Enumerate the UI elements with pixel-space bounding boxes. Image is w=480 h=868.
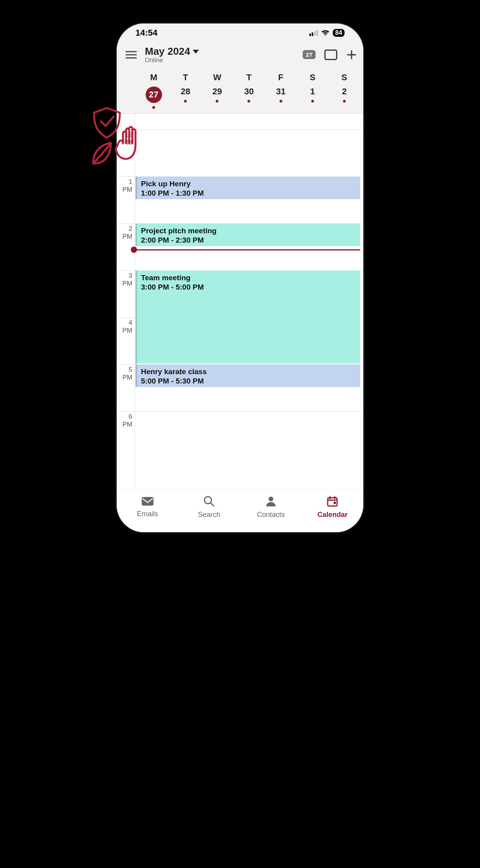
- hour-gridline: [117, 411, 363, 412]
- phone-frame: 14:54 84 May 2024: [117, 23, 363, 532]
- date-cell[interactable]: 30: [233, 86, 265, 109]
- weekday-label: W: [201, 72, 233, 83]
- date-number: 30: [244, 86, 254, 96]
- svg-rect-16: [334, 502, 336, 504]
- chevron-down-icon: [193, 50, 199, 54]
- event-time: 2:00 PM - 2:30 PM: [141, 236, 356, 245]
- svg-rect-3: [316, 30, 318, 36]
- event-dot-indicator: [216, 100, 218, 103]
- calendar-event[interactable]: Henry karate class5:00 PM - 5:30 PM: [135, 364, 360, 387]
- current-time-indicator: [132, 249, 360, 250]
- event-dot-indicator: [343, 100, 346, 103]
- status-time: 14:54: [135, 28, 157, 38]
- event-dot-indicator: [184, 100, 187, 103]
- nav-label: Search: [198, 511, 220, 519]
- nav-label: Emails: [137, 510, 158, 518]
- weekday-label: S: [328, 72, 360, 83]
- hour-label: 12PM: [117, 131, 132, 146]
- calendar-event[interactable]: Project pitch meeting2:00 PM - 2:30 PM: [135, 223, 360, 246]
- calendar-event[interactable]: Pick up Henry1:00 PM - 1:30 PM: [135, 176, 360, 199]
- calendar-icon: [327, 495, 338, 509]
- event-dot-indicator: [311, 100, 314, 103]
- event-time: 3:00 PM - 5:00 PM: [141, 283, 356, 292]
- date-number: 27: [146, 86, 162, 103]
- event-dot-indicator: [247, 100, 250, 103]
- calendar-header: May 2024 Online 27: [117, 42, 363, 67]
- weekday-label: M: [138, 72, 170, 83]
- date-number: 2: [342, 86, 346, 96]
- weekday-label: T: [170, 72, 201, 83]
- weekday-label: F: [265, 72, 297, 83]
- svg-rect-7: [325, 50, 337, 59]
- connection-status: Online: [145, 57, 199, 64]
- nav-search[interactable]: Search: [198, 495, 220, 519]
- month-picker[interactable]: May 2024: [145, 45, 199, 58]
- nav-contacts[interactable]: Contacts: [257, 495, 285, 519]
- svg-line-12: [211, 503, 214, 506]
- cellular-icon: [309, 30, 318, 36]
- wifi-icon: [321, 30, 330, 36]
- hour-gridline: [117, 130, 363, 130]
- weekday-label: T: [233, 72, 265, 83]
- svg-rect-0: [309, 34, 311, 36]
- date-number: 31: [276, 86, 285, 96]
- nav-label: Calendar: [318, 511, 348, 519]
- hour-label: 1PM: [117, 178, 132, 193]
- event-title: Team meeting: [141, 274, 356, 282]
- view-mode-button[interactable]: [324, 49, 337, 60]
- current-time-dot: [131, 247, 137, 253]
- hour-label: 3PM: [117, 272, 132, 287]
- date-cell[interactable]: 27: [138, 86, 170, 109]
- svg-rect-1: [312, 32, 313, 36]
- hour-label: 4PM: [117, 319, 132, 334]
- hour-label: 6PM: [117, 413, 132, 428]
- date-number: 28: [180, 86, 190, 96]
- weekday-row: M T W T F S S: [117, 67, 363, 85]
- date-row: 272829303112: [117, 85, 363, 114]
- svg-point-13: [269, 497, 273, 501]
- date-number: 29: [213, 86, 222, 96]
- menu-icon[interactable]: [123, 48, 139, 61]
- person-icon: [265, 495, 277, 509]
- bottom-nav: EmailsSearchContactsCalendar: [117, 489, 363, 532]
- date-cell[interactable]: 31: [265, 86, 297, 109]
- today-button[interactable]: 27: [303, 50, 316, 59]
- event-time: 5:00 PM - 5:30 PM: [141, 377, 356, 385]
- mail-icon: [141, 496, 154, 508]
- date-cell[interactable]: 29: [201, 86, 233, 109]
- svg-rect-2: [314, 31, 316, 36]
- battery-level: 84: [333, 29, 345, 37]
- event-dot-indicator: [152, 106, 155, 109]
- nav-calendar[interactable]: Calendar: [318, 495, 348, 519]
- month-label: May 2024: [145, 45, 190, 58]
- nav-emails[interactable]: Emails: [137, 496, 158, 518]
- date-cell[interactable]: 28: [170, 86, 201, 109]
- status-bar: 14:54 84: [117, 23, 363, 42]
- calendar-day-view[interactable]: 12PM1PM2PM3PM4PM5PM6PMPick up Henry1:00 …: [117, 114, 363, 489]
- nav-label: Contacts: [257, 511, 285, 519]
- hour-label: 2PM: [117, 225, 132, 240]
- weekday-label: S: [297, 72, 328, 83]
- date-cell[interactable]: 2: [328, 86, 360, 109]
- event-title: Henry karate class: [141, 367, 356, 376]
- event-title: Pick up Henry: [141, 180, 356, 188]
- date-number: 1: [310, 86, 315, 96]
- hour-label: 5PM: [117, 366, 132, 381]
- event-time: 1:00 PM - 1:30 PM: [141, 189, 356, 198]
- date-cell[interactable]: 1: [297, 86, 328, 109]
- add-event-button[interactable]: [346, 49, 357, 60]
- svg-rect-10: [142, 497, 153, 506]
- event-dot-indicator: [280, 100, 282, 103]
- time-gutter-divider: [135, 114, 135, 489]
- search-icon: [203, 495, 215, 509]
- calendar-event[interactable]: Team meeting3:00 PM - 5:00 PM: [135, 270, 360, 364]
- event-title: Project pitch meeting: [141, 227, 356, 235]
